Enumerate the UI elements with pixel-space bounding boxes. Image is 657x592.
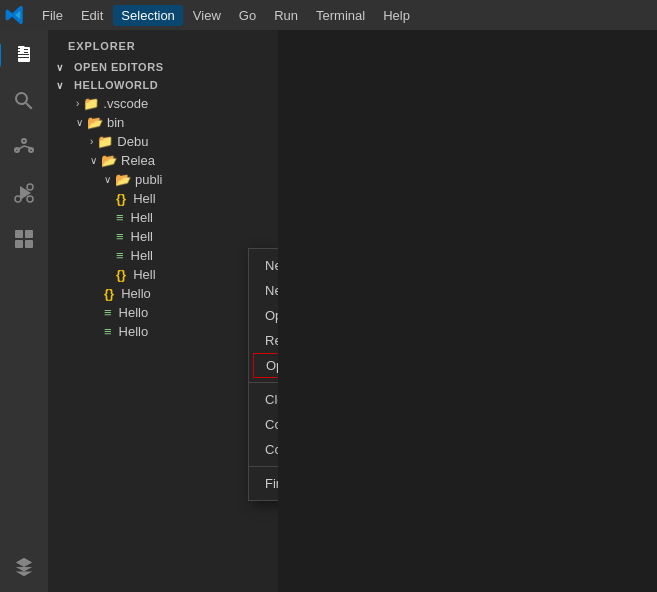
source-control-icon[interactable] bbox=[7, 130, 41, 164]
ctx-separator-2 bbox=[249, 466, 278, 467]
menu-terminal[interactable]: Terminal bbox=[308, 5, 373, 26]
tree-item-hell2[interactable]: ≡ Hell bbox=[48, 208, 278, 227]
tree-item-label: bin bbox=[107, 115, 124, 130]
svg-rect-6 bbox=[25, 240, 33, 248]
helloworld-header[interactable]: ∨ HELLOWORLD bbox=[48, 76, 278, 94]
tree-item-label: Hell bbox=[133, 267, 155, 282]
open-editors-label: OPEN EDITORS bbox=[74, 61, 164, 73]
menu-edit[interactable]: Edit bbox=[73, 5, 111, 26]
folder-icon: 📂 bbox=[115, 172, 131, 187]
tree-item-label: Hell bbox=[131, 229, 153, 244]
explorer-title: EXPLORER bbox=[48, 30, 278, 58]
tree-item-label: Hello bbox=[119, 305, 149, 320]
tree-item-bin[interactable]: ∨ 📂 bin bbox=[48, 113, 278, 132]
folder-icon: 📁 bbox=[83, 96, 99, 111]
tree-item-debug[interactable]: › 📁 Debu bbox=[48, 132, 278, 151]
accounts-icon[interactable] bbox=[7, 550, 41, 584]
svg-rect-3 bbox=[15, 230, 23, 238]
chevron-icon: ∨ bbox=[104, 174, 111, 185]
tree-item-label: Hello bbox=[119, 324, 149, 339]
files-icon[interactable] bbox=[7, 38, 41, 72]
json-icon: {} bbox=[116, 191, 126, 206]
ctx-open-with-label: Open With... bbox=[265, 308, 278, 323]
tree-item-hell5[interactable]: {} Hell bbox=[48, 265, 278, 284]
tree-item-hello2[interactable]: ≡ Hello bbox=[48, 303, 278, 322]
svg-rect-4 bbox=[25, 230, 33, 238]
tree-item-label: Relea bbox=[121, 153, 155, 168]
tree-item-label: .vscode bbox=[103, 96, 148, 111]
ctx-collapse-links[interactable]: Collapse relative links in folder bbox=[249, 412, 278, 437]
file-icon: ≡ bbox=[116, 229, 124, 244]
svg-rect-5 bbox=[15, 240, 23, 248]
menubar: File Edit Selection View Go Run Terminal… bbox=[0, 0, 657, 30]
ctx-compress-images[interactable]: Compress all images in folder bbox=[249, 437, 278, 462]
file-icon: ≡ bbox=[116, 248, 124, 263]
folder-icon: 📂 bbox=[87, 115, 103, 130]
ctx-reveal-explorer-label: Reveal in File Explorer bbox=[265, 333, 278, 348]
chevron-icon: ∨ bbox=[90, 155, 97, 166]
menu-go[interactable]: Go bbox=[231, 5, 264, 26]
folder-icon: 📂 bbox=[101, 153, 117, 168]
tree-item-hell1[interactable]: {} Hell bbox=[48, 189, 278, 208]
ctx-new-file[interactable]: New File bbox=[249, 253, 278, 278]
svg-point-2 bbox=[27, 184, 33, 190]
tree-item-release[interactable]: ∨ 📂 Relea bbox=[48, 151, 278, 170]
context-menu: New File New Folder Open With... Reveal … bbox=[248, 248, 278, 501]
json-icon: {} bbox=[104, 286, 114, 301]
tree-item-hell3[interactable]: ≡ Hell bbox=[48, 227, 278, 246]
tree-item-label: publi bbox=[135, 172, 162, 187]
ctx-new-file-label: New File bbox=[265, 258, 278, 273]
ctx-collapse-links-label: Collapse relative links in folder bbox=[265, 417, 278, 432]
tree-item-vscode[interactable]: › 📁 .vscode bbox=[48, 94, 278, 113]
tree-item-label: Debu bbox=[117, 134, 148, 149]
ctx-open-terminal[interactable]: Open in Terminal bbox=[253, 353, 278, 378]
ctx-find-in-folder-label: Find in Folder... bbox=[265, 476, 278, 491]
chevron-icon: › bbox=[76, 98, 79, 109]
ctx-find-in-folder[interactable]: Find in Folder... Shift+Alt+F bbox=[249, 471, 278, 496]
editor-area bbox=[278, 30, 657, 592]
ctx-separator-1 bbox=[249, 382, 278, 383]
tree-item-publi[interactable]: ∨ 📂 publi bbox=[48, 170, 278, 189]
ctx-open-with[interactable]: Open With... bbox=[249, 303, 278, 328]
ctx-compress-images-label: Compress all images in folder bbox=[265, 442, 278, 457]
tree-item-hello1[interactable]: {} Hello bbox=[48, 284, 278, 303]
activity-bar bbox=[0, 30, 48, 592]
menu-file[interactable]: File bbox=[34, 5, 71, 26]
main-layout: EXPLORER ∨ OPEN EDITORS ∨ HELLOWORLD › 📁… bbox=[0, 30, 657, 592]
tree-item-label: Hell bbox=[133, 191, 155, 206]
ctx-cleanup-files-label: Cleanup files in folder bbox=[265, 392, 278, 407]
ctx-new-folder-label: New Folder bbox=[265, 283, 278, 298]
json-icon: {} bbox=[116, 267, 126, 282]
menu-help[interactable]: Help bbox=[375, 5, 418, 26]
helloworld-chevron: ∨ bbox=[56, 80, 70, 91]
tree-item-label: Hell bbox=[131, 210, 153, 225]
search-icon[interactable] bbox=[7, 84, 41, 118]
svg-point-1 bbox=[27, 196, 33, 202]
tree-item-label: Hello bbox=[121, 286, 151, 301]
ctx-open-terminal-label: Open in Terminal bbox=[266, 358, 278, 373]
ctx-cleanup-files[interactable]: Cleanup files in folder bbox=[249, 387, 278, 412]
chevron-icon: › bbox=[90, 136, 93, 147]
vscode-logo-icon bbox=[4, 4, 26, 26]
open-editors-header[interactable]: ∨ OPEN EDITORS bbox=[48, 58, 278, 76]
menu-run[interactable]: Run bbox=[266, 5, 306, 26]
menu-view[interactable]: View bbox=[185, 5, 229, 26]
ctx-reveal-explorer[interactable]: Reveal in File Explorer Shift+Alt+R bbox=[249, 328, 278, 353]
chevron-icon: ∨ bbox=[76, 117, 83, 128]
helloworld-label: HELLOWORLD bbox=[74, 79, 158, 91]
ctx-new-folder[interactable]: New Folder bbox=[249, 278, 278, 303]
menu-selection[interactable]: Selection bbox=[113, 5, 182, 26]
file-icon: ≡ bbox=[116, 210, 124, 225]
run-debug-icon[interactable] bbox=[7, 176, 41, 210]
extensions-icon[interactable] bbox=[7, 222, 41, 256]
sidebar: EXPLORER ∨ OPEN EDITORS ∨ HELLOWORLD › 📁… bbox=[48, 30, 278, 592]
tree-item-hell4[interactable]: ≡ Hell bbox=[48, 246, 278, 265]
open-editors-chevron: ∨ bbox=[56, 62, 70, 73]
folder-icon: 📁 bbox=[97, 134, 113, 149]
file-icon: ≡ bbox=[104, 324, 112, 339]
tree-item-hello3[interactable]: ≡ Hello bbox=[48, 322, 278, 341]
file-icon: ≡ bbox=[104, 305, 112, 320]
tree-item-label: Hell bbox=[131, 248, 153, 263]
